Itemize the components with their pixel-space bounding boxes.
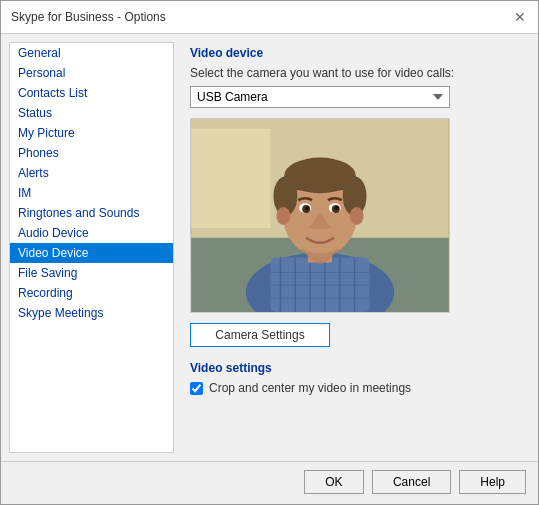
content-area: GeneralPersonalContacts ListStatusMy Pic…: [1, 34, 538, 461]
svg-point-25: [305, 206, 309, 210]
svg-point-26: [335, 206, 339, 210]
sidebar-item-status[interactable]: Status: [10, 103, 173, 123]
sidebar-item-my-picture[interactable]: My Picture: [10, 123, 173, 143]
window-title: Skype for Business - Options: [11, 10, 166, 24]
sidebar-item-contacts-list[interactable]: Contacts List: [10, 83, 173, 103]
svg-point-27: [276, 207, 290, 225]
options-window: Skype for Business - Options ✕ GeneralPe…: [0, 0, 539, 505]
camera-settings-button[interactable]: Camera Settings: [190, 323, 330, 347]
sidebar-item-recording[interactable]: Recording: [10, 283, 173, 303]
video-device-section-title: Video device: [190, 46, 522, 60]
camera-dropdown[interactable]: USB CameraIntegrated WebcamNo camera: [190, 86, 450, 108]
sidebar-item-im[interactable]: IM: [10, 183, 173, 203]
sidebar-item-video-device[interactable]: Video Device: [10, 243, 173, 263]
crop-center-row: Crop and center my video in meetings: [190, 381, 522, 395]
sidebar-item-ringtones-and-sounds[interactable]: Ringtones and Sounds: [10, 203, 173, 223]
crop-center-label: Crop and center my video in meetings: [209, 381, 411, 395]
sidebar-item-general[interactable]: General: [10, 43, 173, 63]
crop-center-checkbox[interactable]: [190, 382, 203, 395]
sidebar-item-file-saving[interactable]: File Saving: [10, 263, 173, 283]
sidebar: GeneralPersonalContacts ListStatusMy Pic…: [9, 42, 174, 453]
sidebar-item-audio-device[interactable]: Audio Device: [10, 223, 173, 243]
camera-preview: [190, 118, 450, 313]
button-bar: OK Cancel Help: [1, 461, 538, 504]
camera-preview-svg: [191, 119, 449, 312]
sidebar-item-alerts[interactable]: Alerts: [10, 163, 173, 183]
sidebar-item-phones[interactable]: Phones: [10, 143, 173, 163]
svg-point-28: [350, 207, 364, 225]
cancel-button[interactable]: Cancel: [372, 470, 451, 494]
sidebar-item-skype-meetings[interactable]: Skype Meetings: [10, 303, 173, 323]
video-settings-section-title: Video settings: [190, 361, 522, 375]
close-button[interactable]: ✕: [512, 9, 528, 25]
select-camera-label: Select the camera you want to use for vi…: [190, 66, 522, 80]
sidebar-item-personal[interactable]: Personal: [10, 63, 173, 83]
main-panel: Video device Select the camera you want …: [174, 34, 538, 461]
ok-button[interactable]: OK: [304, 470, 364, 494]
svg-rect-2: [191, 129, 270, 228]
camera-dropdown-container: USB CameraIntegrated WebcamNo camera: [190, 86, 522, 108]
help-button[interactable]: Help: [459, 470, 526, 494]
title-bar: Skype for Business - Options ✕: [1, 1, 538, 34]
